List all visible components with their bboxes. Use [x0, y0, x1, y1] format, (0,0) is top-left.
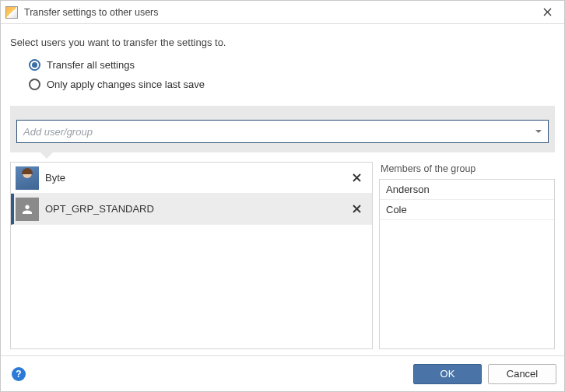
- pointer-decoration: [40, 152, 54, 159]
- lists-area: Byte OPT_GRP_STANDARD: [10, 162, 555, 349]
- close-icon: [353, 173, 361, 182]
- radio-icon: [29, 79, 40, 90]
- cancel-button[interactable]: Cancel: [488, 364, 556, 384]
- close-icon: [353, 205, 361, 213]
- radio-label: Transfer all settings: [47, 59, 135, 71]
- dialog-title: Transfer settings to other users: [24, 7, 536, 18]
- radio-label: Only apply changes since last save: [47, 79, 205, 90]
- radio-only-changes[interactable]: Only apply changes since last save: [29, 79, 555, 90]
- radio-transfer-all[interactable]: Transfer all settings: [29, 59, 555, 71]
- member-row[interactable]: Cole: [380, 200, 554, 220]
- dialog-content: Select users you want to transfer the se…: [1, 24, 564, 355]
- chevron-down-icon: [535, 130, 542, 133]
- button-label: OK: [440, 368, 455, 380]
- help-icon: ?: [16, 369, 21, 380]
- add-user-group-combo[interactable]: Add user/group: [16, 120, 549, 143]
- combo-area: Add user/group: [10, 106, 555, 152]
- radio-group: Transfer all settings Only apply changes…: [29, 59, 555, 98]
- list-item-group[interactable]: OPT_GRP_STANDARD: [11, 194, 372, 225]
- avatar: [16, 166, 39, 190]
- dialog-window: Transfer settings to other users Select …: [0, 0, 565, 392]
- members-list: Anderson Cole: [379, 179, 555, 349]
- group-icon: [16, 198, 39, 221]
- item-label: OPT_GRP_STANDARD: [45, 203, 347, 215]
- members-heading: Members of the group: [379, 162, 555, 179]
- titlebar: Transfer settings to other users: [1, 1, 564, 24]
- combo-placeholder: Add user/group: [23, 126, 535, 138]
- member-row[interactable]: Anderson: [380, 180, 554, 200]
- radio-icon: [29, 59, 40, 71]
- selected-users-list: Byte OPT_GRP_STANDARD: [10, 162, 373, 349]
- help-button[interactable]: ?: [12, 367, 26, 381]
- members-panel: Members of the group Anderson Cole: [379, 162, 555, 349]
- close-icon: [543, 8, 552, 16]
- button-label: Cancel: [507, 368, 538, 380]
- ok-button[interactable]: OK: [413, 364, 482, 384]
- app-icon: [5, 6, 18, 19]
- list-item-user[interactable]: Byte: [11, 163, 372, 194]
- dialog-footer: ? OK Cancel: [1, 355, 564, 391]
- remove-button[interactable]: [347, 200, 366, 219]
- instruction-text: Select users you want to transfer the se…: [10, 37, 555, 48]
- close-button[interactable]: [536, 5, 558, 20]
- item-label: Byte: [45, 172, 347, 184]
- remove-button[interactable]: [347, 169, 366, 187]
